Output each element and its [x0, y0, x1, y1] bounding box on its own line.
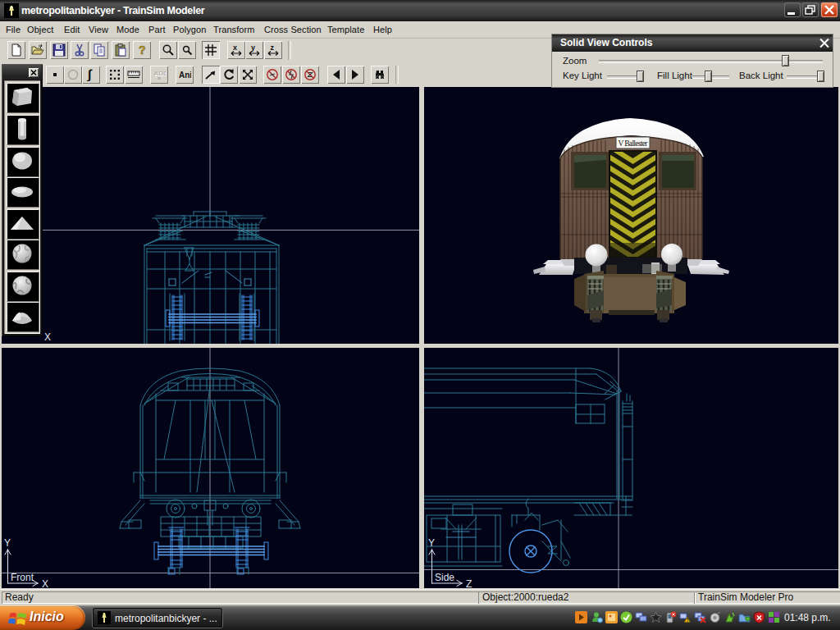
svg-text:Y: Y	[428, 537, 435, 549]
svg-text:X: X	[44, 331, 51, 343]
svg-text:!: !	[687, 617, 688, 623]
svg-text:z: z	[271, 43, 275, 52]
svg-text:V Ballester: V Ballester	[619, 139, 649, 148]
svg-text:Ani: Ani	[179, 71, 191, 80]
svg-text:Z: Z	[466, 578, 472, 588]
svg-text:Y: Y	[4, 537, 11, 549]
svg-text:y: y	[251, 43, 255, 52]
svg-text:∫: ∫	[86, 68, 93, 81]
svg-text:ADD: ADD	[154, 70, 167, 77]
svg-text:x: x	[233, 43, 237, 52]
svg-text:?: ?	[139, 43, 146, 57]
svg-text:X: X	[42, 578, 48, 588]
svg-text:Side: Side	[435, 572, 454, 583]
svg-text:Front: Front	[11, 572, 34, 583]
